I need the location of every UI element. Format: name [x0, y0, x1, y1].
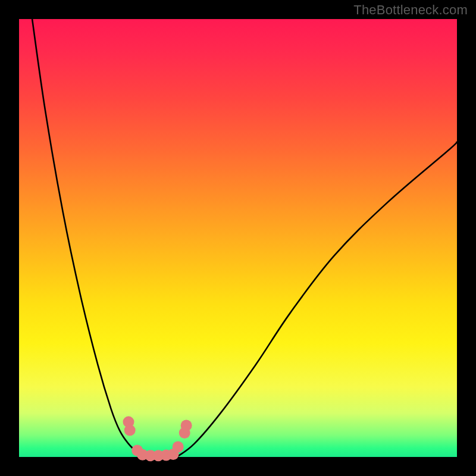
curve-group: [32, 19, 457, 457]
chart-plot-area: [19, 19, 457, 457]
curve-left-branch: [32, 19, 142, 457]
curve-right-branch: [177, 142, 457, 457]
chart-svg: [19, 19, 457, 457]
data-marker: [173, 441, 184, 453]
watermark-text: TheBottleneck.com: [353, 2, 468, 18]
outer-frame: TheBottleneck.com: [0, 0, 476, 476]
data-marker: [181, 420, 192, 431]
data-marker: [124, 425, 136, 436]
